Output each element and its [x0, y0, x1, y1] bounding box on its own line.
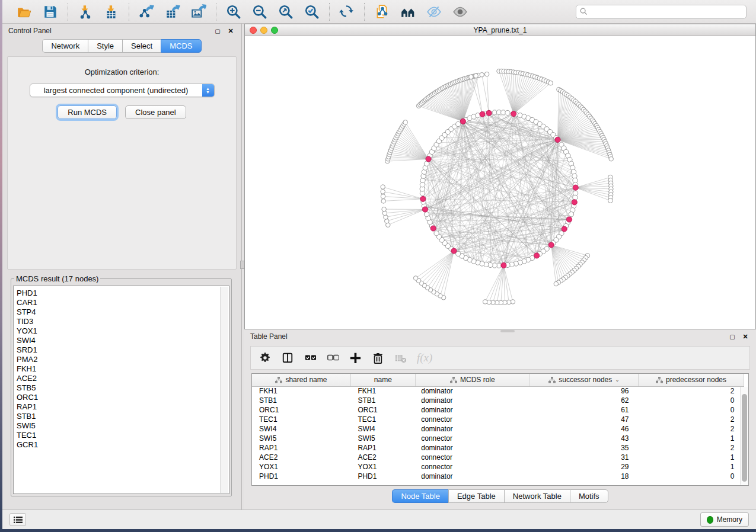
- main-toolbar: [2, 0, 756, 24]
- sort-chevron-icon: ⌄: [615, 377, 620, 383]
- column-visibility-button[interactable]: [282, 352, 294, 364]
- table-row[interactable]: SWI5SWI5connector431: [252, 434, 744, 443]
- export-network-button[interactable]: [138, 4, 155, 20]
- close-panel-button[interactable]: ✕: [226, 27, 235, 35]
- first-neighbors-button[interactable]: [399, 4, 417, 20]
- optimization-criterion-label: Optimization criterion:: [8, 68, 236, 76]
- table-row[interactable]: SWI4SWI4dominator462: [252, 424, 744, 434]
- export-image-button[interactable]: [190, 4, 208, 20]
- table-row[interactable]: FKH1FKH1dominator962: [252, 386, 744, 396]
- mcds-result-item[interactable]: TEC1: [17, 431, 229, 440]
- import-network-icon: [78, 4, 93, 20]
- minimize-window-button[interactable]: [260, 27, 267, 34]
- mcds-result-item[interactable]: STB5: [17, 383, 229, 393]
- close-panel-action-button[interactable]: Close panel: [125, 105, 186, 119]
- table-row[interactable]: RAP1RAP1dominator352: [252, 443, 744, 453]
- mcds-result-item[interactable]: ACE2: [17, 374, 229, 383]
- zoom-selected-button[interactable]: [303, 4, 321, 20]
- hide-selected-icon: [426, 4, 442, 20]
- mcds-result-item[interactable]: STB1: [17, 412, 229, 421]
- table-tab-network-table[interactable]: Network Table: [504, 489, 570, 503]
- mcds-result-item[interactable]: CAR1: [17, 298, 229, 307]
- criterion-dropdown[interactable]: largest connected component (undirected)…: [30, 84, 215, 97]
- search-box[interactable]: [576, 5, 747, 19]
- export-table-button[interactable]: [164, 4, 181, 20]
- network-canvas[interactable]: [245, 36, 755, 329]
- select-all-rows-button[interactable]: [304, 352, 316, 364]
- table-row[interactable]: ORC1ORC1dominator610: [252, 405, 744, 415]
- table-scrollbar-thumb[interactable]: [742, 394, 747, 482]
- mcds-result-item[interactable]: PMA2: [17, 355, 229, 364]
- node-table-container: shared namenameMCDS rolesuccessor nodes⌄…: [251, 373, 749, 486]
- mcds-result-item[interactable]: STP4: [17, 307, 229, 317]
- mcds-result-item[interactable]: RAP1: [17, 402, 229, 412]
- mcds-result-item[interactable]: SRD1: [17, 345, 229, 355]
- table-panel-drag-handle[interactable]: [500, 330, 515, 332]
- tab-network[interactable]: Network: [42, 39, 88, 53]
- table-settings-button[interactable]: [259, 352, 271, 364]
- delete-row-button[interactable]: [372, 352, 384, 364]
- control-panel: Control Panel ▢ ✕ NetworkStyleSelectMCDS…: [2, 24, 241, 509]
- memory-button[interactable]: Memory: [700, 512, 749, 527]
- application-window: Control Panel ▢ ✕ NetworkStyleSelectMCDS…: [2, 0, 756, 529]
- close-window-button[interactable]: [250, 27, 257, 34]
- tab-style[interactable]: Style: [88, 39, 122, 53]
- zoom-window-button[interactable]: [271, 27, 278, 34]
- zoom-out-button[interactable]: [251, 4, 269, 20]
- result-list-scrollbar[interactable]: [220, 287, 228, 493]
- hide-selected-button[interactable]: [425, 4, 443, 20]
- mcds-result-item[interactable]: PHD1: [17, 289, 229, 298]
- open-session-button[interactable]: [15, 4, 33, 20]
- panel-menu-button[interactable]: [9, 513, 26, 526]
- column-header-MCDS-role[interactable]: MCDS role: [415, 374, 529, 386]
- control-panel-titlebar: Control Panel ▢ ✕: [2, 24, 241, 38]
- close-table-panel-button[interactable]: ✕: [741, 332, 750, 341]
- show-all-button[interactable]: [451, 4, 469, 20]
- table-scrollbar[interactable]: [740, 387, 748, 485]
- function-builder-button[interactable]: f(x): [417, 351, 432, 364]
- status-bar: Memory: [2, 509, 756, 529]
- shared-column-icon: [275, 377, 282, 383]
- table-row[interactable]: PHD1PHD1dominator180: [252, 472, 744, 481]
- float-table-panel-button[interactable]: ▢: [728, 332, 737, 341]
- mcds-result-item[interactable]: FKH1: [17, 364, 229, 374]
- network-window: YPA_prune.txt_1: [244, 24, 756, 329]
- mcds-result-item[interactable]: TID3: [17, 317, 229, 326]
- search-input[interactable]: [591, 8, 742, 16]
- zoom-in-button[interactable]: [225, 4, 243, 20]
- save-session-button[interactable]: [42, 4, 59, 20]
- first-neighbors-icon: [400, 4, 416, 20]
- zoom-fit-button[interactable]: [277, 4, 295, 20]
- table-row[interactable]: ACE2ACE2connector311: [252, 453, 744, 462]
- deselect-all-rows-button[interactable]: [327, 352, 339, 364]
- column-header-name[interactable]: name: [350, 374, 415, 386]
- duplicate-network-button[interactable]: [373, 4, 391, 20]
- column-header-predecessor-nodes[interactable]: predecessor nodes: [639, 374, 744, 386]
- column-header-successor-nodes[interactable]: successor nodes⌄: [529, 374, 638, 386]
- mcds-result-item[interactable]: SWI5: [17, 421, 229, 431]
- tab-mcds[interactable]: MCDS: [161, 39, 201, 53]
- table-tab-node-table[interactable]: Node Table: [392, 489, 448, 503]
- mcds-result-item[interactable]: ORC1: [17, 393, 229, 402]
- table-row[interactable]: STB1STB1dominator620: [252, 396, 744, 405]
- delete-row-icon: [372, 352, 384, 364]
- float-panel-button[interactable]: ▢: [213, 27, 222, 35]
- tab-select[interactable]: Select: [122, 39, 161, 53]
- table-row[interactable]: TEC1TEC1connector472: [252, 415, 744, 424]
- run-mcds-button[interactable]: Run MCDS: [58, 105, 117, 119]
- table-row[interactable]: YOX1YOX1connector291: [252, 462, 744, 472]
- mcds-result-item[interactable]: SWI4: [17, 336, 229, 345]
- add-row-button[interactable]: [349, 352, 361, 364]
- delete-table-button[interactable]: [394, 352, 406, 364]
- table-tab-motifs[interactable]: Motifs: [570, 489, 608, 503]
- network-window-titlebar[interactable]: YPA_prune.txt_1: [245, 24, 755, 36]
- mcds-result-item[interactable]: GCR1: [17, 440, 229, 450]
- import-table-icon: [104, 4, 119, 20]
- column-header-shared-name[interactable]: shared name: [252, 374, 350, 386]
- table-tab-edge-table[interactable]: Edge Table: [448, 489, 504, 503]
- mcds-result-title: MCDS result (17 nodes): [14, 274, 100, 283]
- import-network-button[interactable]: [76, 4, 94, 20]
- mcds-result-item[interactable]: YOX1: [17, 326, 229, 336]
- import-table-button[interactable]: [103, 4, 120, 20]
- refresh-view-button[interactable]: [338, 4, 356, 20]
